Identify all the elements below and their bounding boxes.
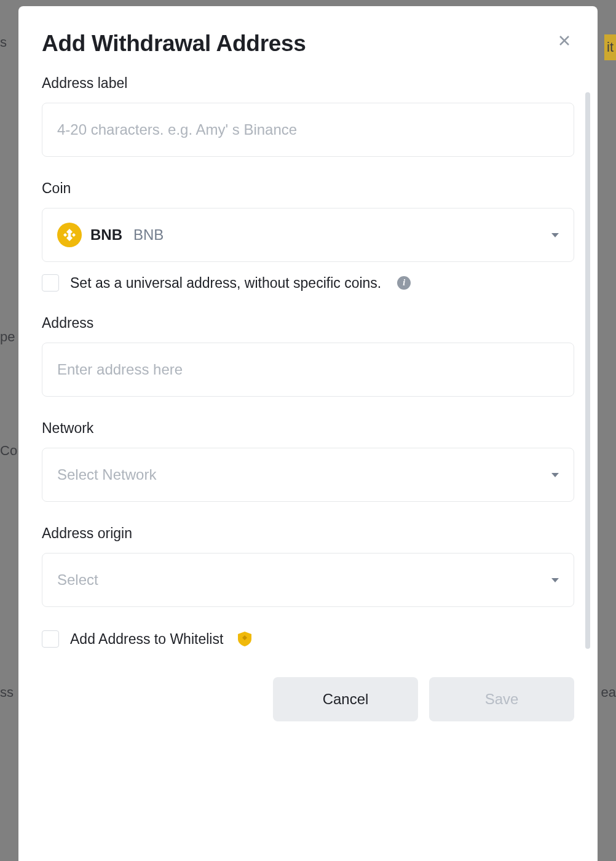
modal-title: Add Withdrawal Address xyxy=(42,31,306,57)
whitelist-label: Add Address to Whitelist xyxy=(70,631,223,648)
coin-selected-value: BNB BNB xyxy=(57,223,164,247)
modal-footer: Cancel Save xyxy=(42,677,574,721)
bnb-icon xyxy=(57,223,82,247)
network-label: Network xyxy=(42,420,574,437)
address-label-input[interactable] xyxy=(42,103,574,157)
coin-group: Coin BNB BNB Set as a universal address,… xyxy=(42,180,574,292)
address-origin-placeholder: Select xyxy=(57,571,98,589)
address-input[interactable] xyxy=(42,343,574,397)
close-icon xyxy=(557,33,572,48)
close-button[interactable] xyxy=(555,31,574,54)
address-field-label: Address xyxy=(42,315,574,331)
info-icon[interactable]: i xyxy=(397,276,411,290)
whitelist-checkbox[interactable] xyxy=(42,630,59,648)
address-label-label: Address label xyxy=(42,75,574,92)
add-withdrawal-address-modal: Add Withdrawal Address Address label Coi… xyxy=(18,6,598,861)
modal-header: Add Withdrawal Address xyxy=(18,31,598,75)
coin-select[interactable]: BNB BNB xyxy=(42,208,574,262)
coin-symbol: BNB xyxy=(90,226,122,244)
address-origin-group: Address origin Select xyxy=(42,525,574,607)
address-label-group: Address label xyxy=(42,75,574,157)
address-group: Address xyxy=(42,315,574,397)
chevron-down-icon xyxy=(551,473,559,477)
network-select[interactable]: Select Network xyxy=(42,448,574,502)
whitelist-row: Add Address to Whitelist xyxy=(42,630,574,648)
chevron-down-icon xyxy=(551,578,559,582)
modal-body: Address label Coin BNB BNB xyxy=(18,75,598,861)
cancel-button[interactable]: Cancel xyxy=(273,677,418,721)
save-button[interactable]: Save xyxy=(429,677,574,721)
universal-address-row: Set as a universal address, without spec… xyxy=(42,274,574,292)
universal-address-label: Set as a universal address, without spec… xyxy=(70,275,381,292)
address-origin-label: Address origin xyxy=(42,525,574,542)
network-group: Network Select Network xyxy=(42,420,574,502)
network-placeholder: Select Network xyxy=(57,466,156,483)
universal-address-checkbox[interactable] xyxy=(42,274,59,292)
coin-name: BNB xyxy=(133,226,164,244)
shield-icon xyxy=(238,632,251,646)
coin-label: Coin xyxy=(42,180,574,197)
chevron-down-icon xyxy=(551,233,559,237)
address-origin-select[interactable]: Select xyxy=(42,553,574,607)
